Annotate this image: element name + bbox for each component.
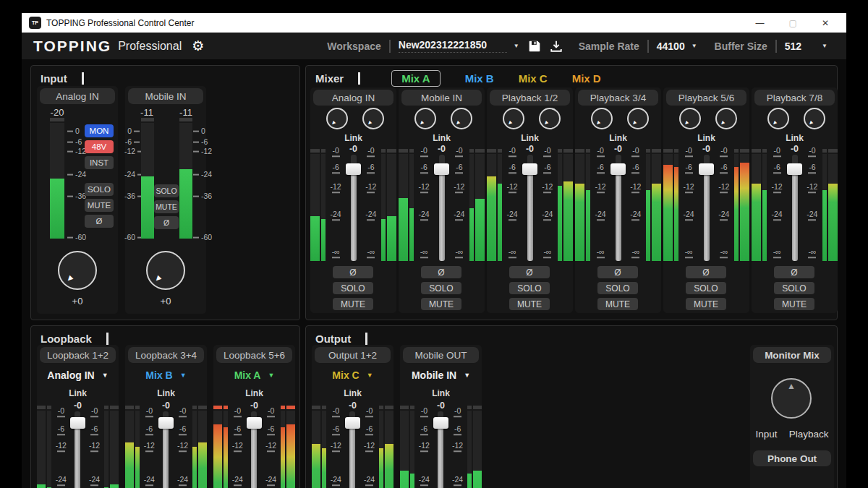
solo-button[interactable]: SOLO (333, 282, 373, 294)
mute-button[interactable]: MUTE (597, 298, 638, 310)
pan-knob-right[interactable]: ▲ (804, 108, 825, 129)
meter-track (473, 411, 482, 488)
fader-handle[interactable] (699, 163, 714, 175)
mute-button[interactable]: MUTE (154, 200, 179, 213)
volume-fader[interactable]: -0 (247, 406, 261, 488)
solo-button[interactable]: SOLO (774, 282, 814, 294)
workspace-dropdown-arrow-icon[interactable]: ▼ (514, 43, 519, 49)
solo-button[interactable]: SOLO (85, 183, 114, 196)
fader-handle[interactable] (610, 163, 626, 175)
fader-handle[interactable] (787, 163, 802, 175)
phase-button[interactable]: Ø (333, 266, 373, 278)
phase-button[interactable]: Ø (774, 266, 814, 278)
knob-pointer-icon: ▲ (770, 119, 778, 127)
meter-block: -0-6-12-24-∞-0-0-6-12-24-∞ (213, 406, 295, 488)
meter-fill (379, 448, 383, 488)
mute-button[interactable]: MUTE (85, 199, 114, 212)
volume-fader[interactable]: -0 (346, 149, 361, 261)
pan-knob-left[interactable]: ▲ (679, 108, 701, 129)
mute-button[interactable]: MUTE (509, 298, 550, 310)
solo-button[interactable]: SOLO (597, 282, 638, 294)
mixer-tab-mix-c[interactable]: Mix C (519, 72, 548, 85)
minimize-button[interactable]: — (756, 19, 765, 27)
maximize-button[interactable]: ▢ (789, 19, 797, 27)
pan-knob-left[interactable]: ▲ (591, 108, 613, 129)
solo-button[interactable]: SOLO (421, 282, 461, 294)
solo-button[interactable]: SOLO (686, 282, 726, 294)
mixer-tab-mix-a[interactable]: Mix A (391, 70, 440, 87)
sample-rate-dropdown-arrow-icon[interactable]: ▼ (692, 43, 697, 49)
knob-pointer-icon: ▲ (718, 119, 726, 127)
input-gain-knob[interactable]: ▲ (146, 251, 185, 290)
volume-fader[interactable]: -0 (522, 149, 537, 261)
save-workspace-icon[interactable] (528, 40, 541, 53)
instrument-button[interactable]: INST (85, 156, 114, 169)
phantom-power-button[interactable]: 48V (85, 140, 114, 153)
buffer-size-dropdown-arrow-icon[interactable]: ▼ (822, 43, 827, 49)
pan-knob-left[interactable]: ▲ (767, 108, 789, 129)
pan-knob-left[interactable]: ▲ (414, 108, 436, 129)
input-gain-knob[interactable]: ▲ (58, 251, 97, 290)
solo-button[interactable]: SOLO (154, 184, 179, 197)
monitor-mix-knob[interactable]: ▲ (771, 378, 812, 419)
mixer-tab-mix-b[interactable]: Mix B (465, 72, 494, 85)
export-workspace-icon[interactable] (550, 40, 563, 53)
fader-handle[interactable] (247, 417, 261, 429)
volume-fader[interactable]: -0 (434, 149, 449, 261)
mute-button[interactable]: MUTE (421, 298, 461, 310)
scale-tick: -24 (451, 210, 467, 221)
source-select[interactable]: Analog IN▼ (37, 369, 119, 381)
volume-fader[interactable]: -0 (345, 406, 359, 488)
fader-handle[interactable] (70, 417, 85, 429)
phase-button[interactable]: Ø (421, 266, 461, 278)
fader-handle[interactable] (345, 417, 359, 429)
fader-handle[interactable] (158, 417, 173, 429)
volume-fader[interactable]: -0 (699, 149, 714, 261)
peak-hold-indicator (558, 149, 563, 153)
pan-knob-left[interactable]: ▲ (326, 108, 348, 129)
source-select[interactable]: Mobile IN▼ (400, 369, 482, 381)
meter-fill (37, 484, 46, 488)
source-select[interactable]: Mix B▼ (125, 369, 207, 381)
link-label: Link (310, 133, 396, 143)
pan-knob-right[interactable]: ▲ (362, 108, 384, 129)
window-controls: — ▢ ✕ (756, 19, 839, 27)
mute-button[interactable]: MUTE (686, 298, 726, 310)
fader-handle[interactable] (434, 163, 449, 175)
settings-gear-icon[interactable]: ⚙ (192, 39, 204, 53)
fader-handle[interactable] (433, 417, 448, 429)
fader-handle[interactable] (522, 163, 537, 175)
app-header: TOPPING Professional ⚙ Workspace New2023… (22, 33, 846, 59)
fader-handle[interactable] (346, 163, 361, 175)
phase-button[interactable]: Ø (154, 216, 179, 229)
volume-fader[interactable]: -0 (158, 406, 173, 488)
pan-knob-right[interactable]: ▲ (627, 108, 649, 129)
source-select[interactable]: Mix A▼ (213, 369, 295, 381)
level-meter (198, 406, 207, 488)
phase-button[interactable]: Ø (85, 215, 114, 228)
pan-knob-right[interactable]: ▲ (715, 108, 737, 129)
mute-button[interactable]: MUTE (333, 298, 373, 310)
knob-pointer-icon: ▲ (807, 119, 814, 127)
volume-fader[interactable]: -0 (433, 406, 448, 488)
volume-fader[interactable]: -0 (70, 406, 85, 488)
phase-button[interactable]: Ø (686, 266, 726, 278)
monitor-button[interactable]: MON (85, 124, 114, 137)
pan-knob-right[interactable]: ▲ (451, 108, 472, 129)
meter-track (50, 123, 64, 239)
solo-button[interactable]: SOLO (509, 282, 550, 294)
phase-button[interactable]: Ø (509, 266, 550, 278)
mixer-tab-mix-d[interactable]: Mix D (572, 72, 601, 85)
mute-button[interactable]: MUTE (774, 298, 814, 310)
volume-fader[interactable]: -0 (610, 149, 626, 261)
source-select[interactable]: Mix C▼ (312, 369, 393, 381)
volume-fader[interactable]: -0 (787, 149, 802, 261)
scale-tick: -0 (450, 406, 466, 417)
close-button[interactable]: ✕ (822, 19, 829, 27)
meter-track (125, 411, 134, 488)
pan-knob-left[interactable]: ▲ (503, 108, 524, 129)
pan-knob-right[interactable]: ▲ (539, 108, 561, 129)
workspace-name-field[interactable]: New202312221850 (399, 39, 507, 53)
phase-button[interactable]: Ø (597, 266, 638, 278)
scale-tick: -6 (193, 137, 208, 145)
